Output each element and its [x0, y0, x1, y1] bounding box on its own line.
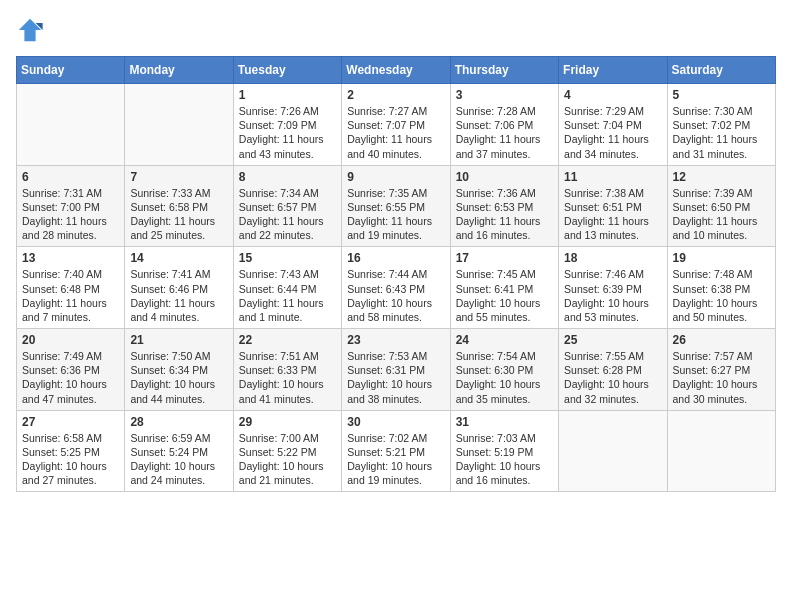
calendar-cell: 28Sunrise: 6:59 AM Sunset: 5:24 PM Dayli… — [125, 410, 233, 492]
logo-icon — [16, 16, 44, 44]
cell-info: Sunrise: 7:36 AM Sunset: 6:53 PM Dayligh… — [456, 186, 553, 243]
calendar-cell: 5Sunrise: 7:30 AM Sunset: 7:02 PM Daylig… — [667, 84, 775, 166]
svg-marker-0 — [19, 19, 41, 41]
cell-info: Sunrise: 7:38 AM Sunset: 6:51 PM Dayligh… — [564, 186, 661, 243]
cell-info: Sunrise: 7:34 AM Sunset: 6:57 PM Dayligh… — [239, 186, 336, 243]
calendar-cell: 3Sunrise: 7:28 AM Sunset: 7:06 PM Daylig… — [450, 84, 558, 166]
cell-info: Sunrise: 7:50 AM Sunset: 6:34 PM Dayligh… — [130, 349, 227, 406]
calendar-cell: 7Sunrise: 7:33 AM Sunset: 6:58 PM Daylig… — [125, 165, 233, 247]
cell-info: Sunrise: 7:27 AM Sunset: 7:07 PM Dayligh… — [347, 104, 444, 161]
cell-info: Sunrise: 7:03 AM Sunset: 5:19 PM Dayligh… — [456, 431, 553, 488]
calendar-cell: 12Sunrise: 7:39 AM Sunset: 6:50 PM Dayli… — [667, 165, 775, 247]
calendar-cell: 15Sunrise: 7:43 AM Sunset: 6:44 PM Dayli… — [233, 247, 341, 329]
day-header-saturday: Saturday — [667, 57, 775, 84]
day-number: 21 — [130, 333, 227, 347]
day-number: 10 — [456, 170, 553, 184]
week-row-1: 1Sunrise: 7:26 AM Sunset: 7:09 PM Daylig… — [17, 84, 776, 166]
day-number: 26 — [673, 333, 770, 347]
cell-info: Sunrise: 7:48 AM Sunset: 6:38 PM Dayligh… — [673, 267, 770, 324]
cell-info: Sunrise: 7:40 AM Sunset: 6:48 PM Dayligh… — [22, 267, 119, 324]
day-number: 27 — [22, 415, 119, 429]
week-row-5: 27Sunrise: 6:58 AM Sunset: 5:25 PM Dayli… — [17, 410, 776, 492]
calendar-cell: 18Sunrise: 7:46 AM Sunset: 6:39 PM Dayli… — [559, 247, 667, 329]
cell-info: Sunrise: 7:53 AM Sunset: 6:31 PM Dayligh… — [347, 349, 444, 406]
cell-info: Sunrise: 7:43 AM Sunset: 6:44 PM Dayligh… — [239, 267, 336, 324]
calendar-cell: 27Sunrise: 6:58 AM Sunset: 5:25 PM Dayli… — [17, 410, 125, 492]
cell-info: Sunrise: 6:58 AM Sunset: 5:25 PM Dayligh… — [22, 431, 119, 488]
day-number: 23 — [347, 333, 444, 347]
cell-info: Sunrise: 7:41 AM Sunset: 6:46 PM Dayligh… — [130, 267, 227, 324]
calendar-cell: 23Sunrise: 7:53 AM Sunset: 6:31 PM Dayli… — [342, 329, 450, 411]
cell-info: Sunrise: 7:02 AM Sunset: 5:21 PM Dayligh… — [347, 431, 444, 488]
cell-info: Sunrise: 7:35 AM Sunset: 6:55 PM Dayligh… — [347, 186, 444, 243]
week-row-2: 6Sunrise: 7:31 AM Sunset: 7:00 PM Daylig… — [17, 165, 776, 247]
day-header-monday: Monday — [125, 57, 233, 84]
day-number: 3 — [456, 88, 553, 102]
day-number: 6 — [22, 170, 119, 184]
calendar-cell: 26Sunrise: 7:57 AM Sunset: 6:27 PM Dayli… — [667, 329, 775, 411]
day-header-tuesday: Tuesday — [233, 57, 341, 84]
cell-info: Sunrise: 7:44 AM Sunset: 6:43 PM Dayligh… — [347, 267, 444, 324]
calendar-cell: 24Sunrise: 7:54 AM Sunset: 6:30 PM Dayli… — [450, 329, 558, 411]
calendar-cell: 11Sunrise: 7:38 AM Sunset: 6:51 PM Dayli… — [559, 165, 667, 247]
calendar-cell: 10Sunrise: 7:36 AM Sunset: 6:53 PM Dayli… — [450, 165, 558, 247]
cell-info: Sunrise: 7:45 AM Sunset: 6:41 PM Dayligh… — [456, 267, 553, 324]
cell-info: Sunrise: 7:29 AM Sunset: 7:04 PM Dayligh… — [564, 104, 661, 161]
calendar-cell: 30Sunrise: 7:02 AM Sunset: 5:21 PM Dayli… — [342, 410, 450, 492]
day-number: 12 — [673, 170, 770, 184]
day-number: 17 — [456, 251, 553, 265]
day-number: 28 — [130, 415, 227, 429]
day-number: 29 — [239, 415, 336, 429]
calendar-cell: 22Sunrise: 7:51 AM Sunset: 6:33 PM Dayli… — [233, 329, 341, 411]
calendar-cell — [667, 410, 775, 492]
calendar-cell: 13Sunrise: 7:40 AM Sunset: 6:48 PM Dayli… — [17, 247, 125, 329]
calendar-cell: 14Sunrise: 7:41 AM Sunset: 6:46 PM Dayli… — [125, 247, 233, 329]
cell-info: Sunrise: 7:57 AM Sunset: 6:27 PM Dayligh… — [673, 349, 770, 406]
cell-info: Sunrise: 7:51 AM Sunset: 6:33 PM Dayligh… — [239, 349, 336, 406]
cell-info: Sunrise: 7:31 AM Sunset: 7:00 PM Dayligh… — [22, 186, 119, 243]
week-row-3: 13Sunrise: 7:40 AM Sunset: 6:48 PM Dayli… — [17, 247, 776, 329]
page-header — [16, 16, 776, 44]
day-number: 20 — [22, 333, 119, 347]
day-number: 7 — [130, 170, 227, 184]
day-number: 15 — [239, 251, 336, 265]
calendar-cell: 2Sunrise: 7:27 AM Sunset: 7:07 PM Daylig… — [342, 84, 450, 166]
calendar-cell: 4Sunrise: 7:29 AM Sunset: 7:04 PM Daylig… — [559, 84, 667, 166]
day-number: 5 — [673, 88, 770, 102]
day-header-thursday: Thursday — [450, 57, 558, 84]
week-row-4: 20Sunrise: 7:49 AM Sunset: 6:36 PM Dayli… — [17, 329, 776, 411]
calendar-cell: 1Sunrise: 7:26 AM Sunset: 7:09 PM Daylig… — [233, 84, 341, 166]
day-number: 30 — [347, 415, 444, 429]
cell-info: Sunrise: 7:28 AM Sunset: 7:06 PM Dayligh… — [456, 104, 553, 161]
cell-info: Sunrise: 7:46 AM Sunset: 6:39 PM Dayligh… — [564, 267, 661, 324]
day-number: 11 — [564, 170, 661, 184]
day-header-sunday: Sunday — [17, 57, 125, 84]
cell-info: Sunrise: 6:59 AM Sunset: 5:24 PM Dayligh… — [130, 431, 227, 488]
day-number: 24 — [456, 333, 553, 347]
day-header-wednesday: Wednesday — [342, 57, 450, 84]
day-number: 4 — [564, 88, 661, 102]
day-number: 2 — [347, 88, 444, 102]
header-row: SundayMondayTuesdayWednesdayThursdayFrid… — [17, 57, 776, 84]
cell-info: Sunrise: 7:39 AM Sunset: 6:50 PM Dayligh… — [673, 186, 770, 243]
day-number: 1 — [239, 88, 336, 102]
calendar-cell: 25Sunrise: 7:55 AM Sunset: 6:28 PM Dayli… — [559, 329, 667, 411]
day-number: 14 — [130, 251, 227, 265]
day-number: 9 — [347, 170, 444, 184]
day-header-friday: Friday — [559, 57, 667, 84]
calendar-cell: 29Sunrise: 7:00 AM Sunset: 5:22 PM Dayli… — [233, 410, 341, 492]
cell-info: Sunrise: 7:00 AM Sunset: 5:22 PM Dayligh… — [239, 431, 336, 488]
cell-info: Sunrise: 7:54 AM Sunset: 6:30 PM Dayligh… — [456, 349, 553, 406]
calendar-cell: 20Sunrise: 7:49 AM Sunset: 6:36 PM Dayli… — [17, 329, 125, 411]
calendar-cell — [125, 84, 233, 166]
day-number: 31 — [456, 415, 553, 429]
calendar-cell: 31Sunrise: 7:03 AM Sunset: 5:19 PM Dayli… — [450, 410, 558, 492]
day-number: 16 — [347, 251, 444, 265]
day-number: 22 — [239, 333, 336, 347]
cell-info: Sunrise: 7:26 AM Sunset: 7:09 PM Dayligh… — [239, 104, 336, 161]
day-number: 8 — [239, 170, 336, 184]
calendar-cell: 9Sunrise: 7:35 AM Sunset: 6:55 PM Daylig… — [342, 165, 450, 247]
calendar-body: 1Sunrise: 7:26 AM Sunset: 7:09 PM Daylig… — [17, 84, 776, 492]
calendar-cell — [559, 410, 667, 492]
cell-info: Sunrise: 7:55 AM Sunset: 6:28 PM Dayligh… — [564, 349, 661, 406]
